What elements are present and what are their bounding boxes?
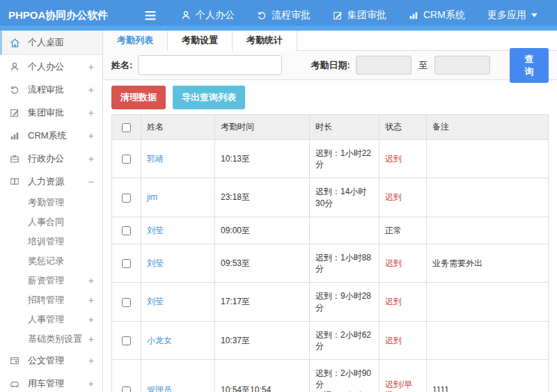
duration-cell: 迟到：1小时88分 [310,244,379,282]
hamburger-icon[interactable] [145,11,156,20]
table-row: 管理员 10:54至10:54 迟到：2小时90分 早退：7小时10分 迟到/早… [112,360,549,392]
bar-chart-icon [409,10,418,20]
home-icon [10,38,22,48]
tab[interactable]: 考勤设置 [168,31,233,51]
nav-item-label: CRM系统 [423,9,465,22]
expand-toggle[interactable]: − [88,176,94,187]
sidebar-item[interactable]: 人力资源 − [0,170,102,193]
search-panel: 姓名: 考勤日期: 至 查 询 [103,51,557,80]
book-icon [10,177,22,187]
name-label: 姓名: [111,59,132,72]
column-header: 考勤时间 [215,115,310,140]
export-list-button[interactable]: 导出查询列表 [173,86,245,109]
sidebar-item[interactable]: 用车管理 + [0,372,102,392]
name-cell[interactable]: 刘莹 [141,217,215,244]
row-checkbox[interactable] [122,226,131,235]
tab[interactable]: 考勤列表 [103,31,168,51]
topbar: PHPOA协同办公软件 个人办公 流程审批 集团审批 [0,0,557,31]
expand-toggle[interactable]: + [88,84,94,95]
nav-item[interactable]: 集团审批 [333,9,386,22]
name-cell[interactable]: 小龙女 [141,321,215,359]
app-title: PHPOA协同办公软件 [0,9,111,22]
table-row: 小龙女 10:37至 迟到：2小时62分 迟到 [112,321,549,359]
expand-toggle[interactable]: + [88,378,94,389]
attendance-table: 姓名考勤时间时长状态备注 郭靖 10:13至 迟到：1小时22分 迟到 [111,114,549,392]
date-to-input[interactable] [434,56,490,75]
sidebar-item[interactable]: 考勤管理 [0,193,102,212]
sidebar-item-label: 个人桌面 [28,36,64,49]
expand-toggle[interactable]: + [88,107,94,118]
sidebar-item-label: 人事合同 [28,216,64,228]
time-cell: 09:53至 [215,244,310,282]
select-all-checkbox[interactable] [122,123,131,132]
main-layout: 个人桌面 个人办公 + 流程审批 + 集团审批 + [0,31,557,392]
sidebar-item[interactable]: 公文管理 + [0,349,102,372]
status-cell: 迟到/早退 [379,360,427,392]
sidebar-item[interactable]: 人事合同 [0,212,102,232]
sidebar-item[interactable]: 人事管理 + [0,310,102,329]
content-area: 考勤列表 考勤设置 考勤统计 姓名: 考勤日期: 至 查 询 清理数据 导出查询… [103,31,557,392]
sidebar: 个人桌面 个人办公 + 流程审批 + 集团审批 + [0,31,103,392]
row-checkbox[interactable] [122,155,131,164]
row-checkbox[interactable] [122,194,131,203]
note-cell [427,178,549,217]
sidebar-item[interactable]: 薪资管理 + [0,271,102,290]
sidebar-item[interactable]: 个人桌面 [0,31,102,55]
row-checkbox[interactable] [122,298,131,307]
nav-item[interactable]: 个人办公 [181,9,235,22]
sidebar-item-label: 流程审批 [28,84,64,96]
name-cell[interactable]: 刘莹 [141,283,215,321]
clean-data-button[interactable]: 清理数据 [111,86,166,109]
sidebar-item[interactable]: 奖惩记录 [0,251,102,271]
sidebar-item[interactable]: 培训管理 [0,232,102,251]
expand-toggle[interactable]: + [88,295,94,306]
date-from-input[interactable] [356,56,411,75]
nav-item[interactable]: 更多应用 [487,9,538,22]
sidebar-item-label: 用车管理 [28,377,64,390]
row-checkbox[interactable] [122,259,131,268]
duration-cell: 迟到：9小时28分 [310,283,379,321]
name-cell[interactable]: 郭靖 [141,140,215,178]
time-cell: 23:18至 [215,178,310,217]
table-header: 姓名考勤时间时长状态备注 [112,115,549,140]
name-cell[interactable]: jim [141,178,215,217]
nav-item[interactable]: CRM系统 [409,9,465,22]
row-checkbox[interactable] [122,386,131,392]
duration-cell: 迟到：2小时90分 早退：7小时10分 [310,360,379,392]
checkbox-cell [112,217,141,244]
status-cell: 迟到 [379,140,427,178]
checkbox-cell [112,283,141,321]
sidebar-item[interactable]: 招聘管理 + [0,290,102,310]
sidebar-item[interactable]: 行政办公 + [0,147,102,170]
name-cell[interactable]: 管理员 [141,360,215,392]
checkbox-cell [112,140,141,178]
row-checkbox[interactable] [122,336,131,345]
name-cell[interactable]: 刘莹 [141,244,215,282]
expand-toggle[interactable]: + [88,61,94,72]
nav-item-label: 个人办公 [196,9,235,22]
expand-toggle[interactable]: + [88,153,94,164]
sidebar-item-label: 个人办公 [28,61,64,73]
expand-toggle[interactable]: + [88,275,94,286]
note-cell [427,217,549,244]
sidebar-item[interactable]: CRM系统 + [0,124,102,147]
expand-toggle[interactable]: + [88,334,94,345]
sidebar-item[interactable]: 流程审批 + [0,78,102,101]
table-row: 郭靖 10:13至 迟到：1小时22分 迟到 [112,140,549,178]
checkbox-cell [112,244,141,282]
nav-item[interactable]: 流程审批 [257,9,311,22]
expand-toggle[interactable]: + [88,130,94,141]
time-cell: 09:00至 [215,217,310,244]
expand-toggle[interactable]: + [88,314,94,325]
sidebar-item-label: CRM系统 [28,130,67,142]
bar-chart-icon [10,131,22,141]
expand-toggle[interactable]: + [88,355,94,366]
sidebar-item[interactable]: 集团审批 + [0,101,102,124]
time-cell: 10:13至 [215,140,310,178]
query-button[interactable]: 查 询 [510,48,549,83]
tab[interactable]: 考勤统计 [233,31,297,51]
name-input[interactable] [138,55,281,75]
sidebar-item[interactable]: 基础类别设置 + [0,329,102,349]
status-cell: 迟到 [379,178,427,217]
sidebar-item[interactable]: 个人办公 + [0,55,102,78]
